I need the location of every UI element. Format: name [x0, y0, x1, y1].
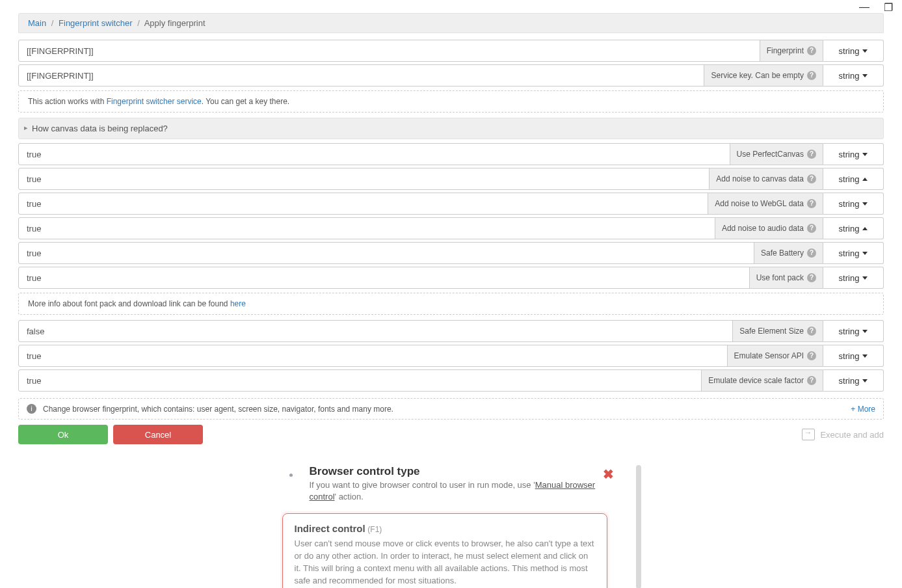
safe-element-input[interactable]: [19, 321, 732, 341]
scrollbar[interactable]: [636, 465, 641, 588]
help-icon[interactable]: ?: [807, 327, 816, 336]
type-select-perfectcanvas[interactable]: string: [823, 143, 884, 165]
wifi-icon: [282, 465, 300, 481]
canvas-noise-label: Add noise to canvas data?: [709, 168, 823, 189]
breadcrumb-current: Apply fingerprint: [144, 18, 206, 28]
service-link[interactable]: Fingerprint switcher service: [107, 97, 202, 106]
type-select-fingerprint[interactable]: string: [823, 40, 884, 62]
help-icon[interactable]: ?: [807, 376, 816, 385]
breadcrumb-switcher[interactable]: Fingerprint switcher: [59, 18, 132, 28]
service-note: This action works with Fingerprint switc…: [18, 90, 884, 113]
indirect-control-card[interactable]: Indirect control (F1) User can't send mo…: [282, 513, 607, 588]
info-icon: i: [27, 404, 36, 414]
font-note: More info about font pack and download l…: [18, 293, 884, 315]
type-select-service-key[interactable]: string: [823, 64, 884, 87]
help-icon[interactable]: ?: [807, 199, 816, 208]
service-key-input[interactable]: [19, 65, 704, 86]
minimize-button[interactable]: —: [859, 1, 869, 14]
audio-noise-label: Add noise to audio data?: [715, 218, 823, 239]
type-select-sensor-api[interactable]: string: [823, 345, 884, 367]
scale-factor-label: Emulate device scale factor?: [701, 370, 823, 391]
help-icon[interactable]: ?: [807, 46, 816, 55]
safe-battery-input[interactable]: [19, 243, 754, 263]
safe-element-label: Safe Element Size?: [732, 321, 823, 341]
sensor-api-label: Emulate Sensor API?: [727, 345, 823, 366]
help-icon[interactable]: ?: [807, 248, 816, 258]
footer-note: i Change browser fingerprint, which cont…: [18, 398, 884, 420]
ok-button[interactable]: Ok: [18, 425, 108, 444]
popup-subtitle: If you want to give browser control to u…: [310, 479, 607, 503]
type-select-scale-factor[interactable]: string: [823, 369, 884, 392]
webgl-noise-input[interactable]: [19, 193, 708, 214]
breadcrumb: Main / Fingerprint switcher / Apply fing…: [18, 13, 884, 33]
help-icon[interactable]: ?: [807, 224, 816, 233]
fingerprint-input[interactable]: [19, 40, 760, 61]
font-pack-label: Use font pack?: [749, 267, 823, 288]
execute-icon: [802, 429, 815, 440]
help-icon[interactable]: ?: [807, 174, 816, 183]
cancel-button[interactable]: Cancel: [113, 425, 203, 444]
maximize-button[interactable]: ❐: [884, 1, 893, 14]
canvas-section-header[interactable]: How canvas data is being replaced?: [18, 118, 884, 139]
type-select-audio-noise[interactable]: string: [823, 217, 884, 239]
sensor-api-input[interactable]: [19, 345, 727, 366]
type-select-canvas-noise[interactable]: string: [823, 168, 884, 190]
close-icon[interactable]: ✖: [603, 466, 614, 482]
help-icon[interactable]: ?: [807, 351, 816, 360]
help-icon[interactable]: ?: [807, 71, 816, 80]
safe-battery-label: Safe Battery?: [754, 243, 823, 263]
more-link[interactable]: + More: [851, 405, 875, 414]
window-controls: — ❐: [855, 0, 897, 15]
perfectcanvas-input[interactable]: [19, 144, 730, 165]
type-select-safe-element[interactable]: string: [823, 320, 884, 342]
fingerprint-label: Fingerprint ?: [760, 40, 823, 61]
type-select-font-pack[interactable]: string: [823, 267, 884, 289]
service-key-label: Service key. Can be empty ?: [704, 65, 823, 86]
breadcrumb-main[interactable]: Main: [28, 18, 46, 28]
help-icon[interactable]: ?: [807, 273, 816, 282]
type-select-safe-battery[interactable]: string: [823, 242, 884, 264]
audio-noise-input[interactable]: [19, 218, 715, 239]
popup-title: Browser control type: [310, 465, 607, 478]
type-select-webgl-noise[interactable]: string: [823, 193, 884, 215]
font-link[interactable]: here: [230, 299, 246, 308]
execute-and-add[interactable]: Execute and add: [802, 429, 884, 440]
perfectcanvas-label: Use PerfectCanvas?: [730, 144, 823, 165]
scale-factor-input[interactable]: [19, 370, 701, 391]
help-icon[interactable]: ?: [807, 150, 816, 159]
font-pack-input[interactable]: [19, 267, 749, 288]
canvas-noise-input[interactable]: [19, 168, 709, 189]
webgl-noise-label: Add noise to WebGL data?: [708, 193, 823, 214]
